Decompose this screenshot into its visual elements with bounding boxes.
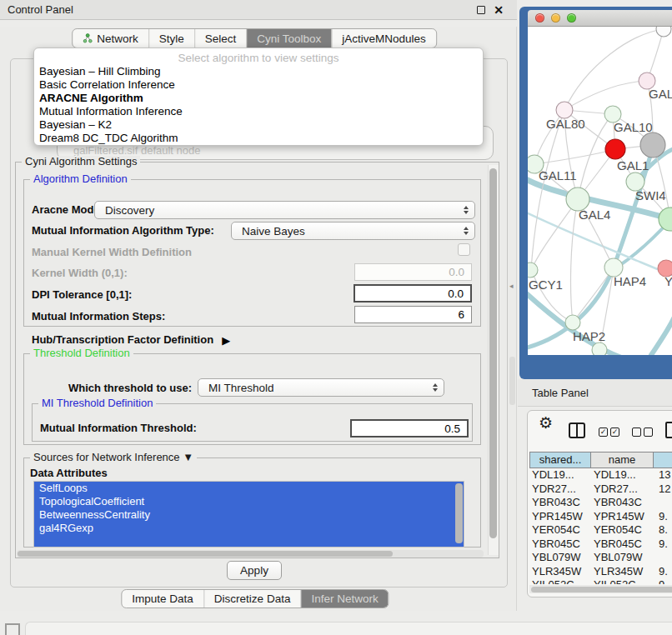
tab-impute-data[interactable]: Impute Data — [122, 590, 204, 608]
table-row[interactable]: YBL079WYBL079W — [529, 551, 672, 565]
algorithm-option[interactable]: Dream8 DC_TDC Algorithm — [34, 132, 483, 145]
mi-algorithm-type-select[interactable]: Naive Bayes — [231, 222, 475, 240]
close-traffic-button[interactable] — [535, 13, 544, 22]
tab-infer-network[interactable]: Infer Network — [301, 590, 388, 608]
algorithm-option[interactable]: Basic Correlation Inference — [34, 78, 483, 92]
collapse-arrow-icon[interactable]: ▼ — [183, 451, 193, 463]
node-label: GAL11 — [539, 168, 577, 182]
select-all-checkbox-icon[interactable]: ✓ — [599, 428, 608, 437]
tab-label: Cyni Toolbox — [257, 32, 321, 45]
table-row[interactable]: YER054CYER054C8. — [529, 523, 672, 538]
expand-arrow-icon[interactable]: ▶ — [222, 334, 230, 347]
select-all-checkbox-icon[interactable]: ✓ — [610, 428, 619, 437]
tab-label: Select — [205, 32, 237, 45]
node-label: Y — [664, 274, 672, 288]
document-icon[interactable] — [665, 422, 672, 438]
table-row[interactable]: YPR145WYPR145W9. — [529, 510, 672, 524]
combo-arrows-icon — [464, 206, 469, 214]
close-icon[interactable]: ✕ — [494, 4, 504, 16]
table-row[interactable]: YDL19...YDL19...13 — [529, 468, 672, 482]
network-canvas[interactable]: GALGAL80GAL10GAL1GAL11SWI4GAL4HAP4YGCY1H… — [528, 27, 672, 355]
splitter-arrow-icon[interactable]: ◂ — [509, 282, 514, 290]
table-cell: 9. — [654, 510, 672, 524]
algorithm-dropdown-list: Bayesian – Hill ClimbingBasic Correlatio… — [34, 65, 483, 145]
kernel-width-field[interactable]: 0.0 — [354, 263, 472, 281]
hub-definition-section[interactable]: Hub/Transcription Factor Definition ▶ — [32, 332, 230, 348]
node-label: HAP4 — [614, 274, 646, 288]
mi-steps-field[interactable]: 6 — [354, 306, 472, 323]
settings-scrollbar-thumb[interactable] — [489, 168, 497, 538]
data-attribute-item[interactable]: gal4RGexp — [34, 522, 464, 535]
network-node[interactable] — [592, 342, 607, 355]
dpi-tolerance-field[interactable]: 0.0 — [354, 284, 472, 302]
table-row[interactable]: YIL052CYIL052C9. — [529, 578, 672, 584]
network-node[interactable] — [656, 27, 671, 37]
split-columns-icon[interactable] — [569, 422, 585, 438]
tab-label: jActiveMNodules — [342, 32, 426, 45]
restore-panel-icon[interactable] — [5, 623, 20, 635]
tab-label: Discretize Data — [214, 592, 291, 605]
tab-network[interactable]: Network — [73, 29, 149, 48]
node-label: GAL4 — [579, 208, 610, 222]
tab-discretize-data[interactable]: Discretize Data — [204, 590, 302, 608]
column-header[interactable]: name — [591, 452, 654, 468]
traffic-lights — [535, 13, 576, 22]
network-node[interactable] — [659, 208, 672, 231]
algorithm-option[interactable]: Mutual Information Inference — [34, 105, 483, 118]
table-hscrollbar-thumb[interactable] — [531, 587, 672, 592]
table-cell: YIL052C — [529, 578, 591, 584]
column-header[interactable]: A — [654, 452, 672, 468]
network-node-gal80[interactable] — [556, 102, 573, 118]
gear-icon[interactable]: ⚙ — [539, 415, 553, 431]
collapsed-panel-bar[interactable] — [25, 622, 672, 635]
algorithm-option[interactable]: Bayesian – Hill Climbing — [34, 65, 483, 78]
network-edge[interactable] — [573, 268, 614, 322]
tab-jactivemnodules[interactable]: jActiveMNodules — [332, 29, 436, 48]
which-threshold-select[interactable]: MI Threshold — [198, 378, 444, 397]
attributes-scrollbar-thumb[interactable] — [455, 483, 463, 543]
table-row[interactable]: YBR045CYBR045C9. — [529, 538, 672, 552]
algorithm-option[interactable]: Bayesian – K2 — [34, 118, 483, 132]
network-edge[interactable] — [651, 315, 672, 355]
aracne-mode-select[interactable]: Discovery — [94, 201, 475, 219]
tab-cyni-toolbox[interactable]: Cyni Toolbox — [247, 29, 332, 48]
network-edge[interactable] — [564, 81, 647, 110]
network-window-titlebar[interactable] — [528, 10, 672, 27]
algorithm-option[interactable]: ARACNE Algorithm — [34, 92, 483, 105]
apply-button[interactable]: Apply — [227, 561, 282, 580]
table-row[interactable]: YBR043CYBR043C — [529, 496, 672, 510]
tab-select[interactable]: Select — [195, 29, 248, 48]
table-row[interactable]: YDR27...YDR27...12 — [529, 482, 672, 497]
control-panel-tabbar: Network Style Select Cyni Toolbox jActiv… — [72, 28, 437, 48]
table-row[interactable]: YLR345WYLR345W9. — [529, 565, 672, 579]
application-window: Control Panel ✕ Network Style Select Cyn… — [0, 0, 672, 635]
table-cell: YER054C — [591, 523, 654, 538]
combo-arrows-icon — [464, 227, 469, 235]
column-header[interactable]: shared... — [529, 452, 591, 468]
control-panel-titlebar: Control Panel ✕ — [0, 0, 517, 20]
zoom-traffic-button[interactable] — [567, 13, 576, 22]
manual-kernel-width-checkbox[interactable] — [458, 243, 470, 256]
network-edge[interactable] — [571, 199, 578, 322]
deselect-checkbox-icon[interactable] — [644, 428, 653, 437]
network-node[interactable] — [640, 132, 665, 158]
threshold-definition-title: Threshold Definition — [30, 348, 133, 359]
algorithm-dropdown[interactable]: Select algorithm to view settings Bayesi… — [33, 48, 484, 146]
data-attributes-list[interactable]: SelfLoopsTopologicalCoefficientBetweenne… — [33, 481, 464, 548]
data-attribute-item-partial[interactable] — [34, 535, 464, 547]
network-edge[interactable] — [534, 149, 615, 164]
data-attribute-item[interactable]: TopologicalCoefficient — [34, 495, 464, 508]
data-attribute-item[interactable]: SelfLoops — [34, 482, 464, 495]
float-panel-icon[interactable] — [477, 6, 485, 14]
minimize-traffic-button[interactable] — [551, 13, 560, 22]
network-node-hap2[interactable] — [565, 315, 580, 330]
data-attribute-item[interactable]: BetweennessCentrality — [34, 508, 464, 522]
deselect-checkbox-icon[interactable] — [632, 428, 641, 437]
panel-splitter-handle[interactable] — [509, 357, 515, 405]
table-cell: YBL079W — [529, 551, 591, 565]
network-node-gal1[interactable] — [605, 139, 625, 159]
network-node-gcy1[interactable] — [528, 262, 538, 278]
tab-style[interactable]: Style — [149, 29, 195, 48]
settings-hscrollbar-thumb[interactable] — [18, 551, 393, 557]
mi-threshold-field[interactable]: 0.5 — [350, 419, 469, 438]
